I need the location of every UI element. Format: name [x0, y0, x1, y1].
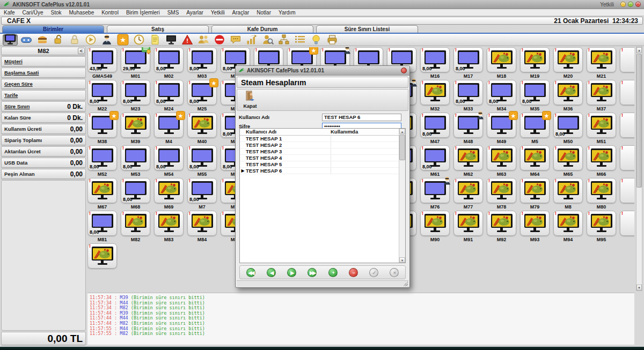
unit-tile-m39[interactable]: !	[121, 113, 150, 138]
account-row[interactable]: TEST HESAP 4	[240, 155, 405, 161]
chat-toolbar-button[interactable]	[228, 34, 243, 46]
unit-tile-m4[interactable]: !★	[154, 113, 184, 138]
unit-tile-m32[interactable]: !	[420, 80, 450, 105]
unit-tile-m8[interactable]: !	[553, 178, 583, 203]
unit-tile-m78[interactable]: !	[487, 178, 516, 203]
lock-open-toolbar-button[interactable]	[51, 34, 66, 46]
unit-tile-m36[interactable]: !	[553, 80, 583, 105]
unit-tile-m83[interactable]: !	[154, 211, 184, 236]
unit-tile-m62[interactable]: !	[453, 145, 483, 170]
next-record-button[interactable]: ▶	[287, 268, 296, 277]
unit-tile-m03[interactable]: !8,00	[187, 47, 217, 72]
grid-scrollbar[interactable]: ▲ ▼	[636, 47, 642, 291]
unit-tile-m02[interactable]: !8,00	[154, 47, 184, 72]
unit-tile-m24[interactable]: !8,00	[154, 80, 184, 105]
unit-tile-m81[interactable]: !8,00	[87, 211, 117, 236]
unit-tile-m21[interactable]: !	[587, 47, 616, 72]
unit-tile-m16[interactable]: !8,00	[420, 47, 450, 72]
info-row-2[interactable]: Geçen Süre	[1, 79, 86, 89]
accept-button[interactable]: ✓	[369, 268, 378, 277]
unit-tile-m37[interactable]: !	[587, 80, 616, 105]
kapat-button[interactable]: Kapat	[239, 91, 261, 110]
unit-tile-m53[interactable]: !8,00	[121, 145, 150, 170]
username-input[interactable]	[322, 114, 401, 121]
menu-item-kafe[interactable]: Kafe	[0, 10, 19, 16]
unit-tile-m64[interactable]: !	[520, 145, 550, 170]
info-row-1[interactable]: Başlama Saati	[1, 68, 86, 78]
unit-tile-m38[interactable]: !★	[87, 113, 117, 138]
monitor-toolbar-button[interactable]	[3, 34, 18, 46]
add-record-button[interactable]: +	[328, 268, 338, 277]
security-person-toolbar-button[interactable]	[99, 34, 114, 46]
unit-tile-m19[interactable]: !	[520, 47, 550, 72]
table-scroll-thumb[interactable]	[399, 135, 405, 160]
tab-s-re-s-n-r--listesi[interactable]: Süre Sınırı Listesi	[316, 25, 418, 33]
unit-tile-m67[interactable]: !	[87, 178, 117, 203]
unit-tile-m01[interactable]: !29,50	[121, 47, 150, 72]
selected-unit-header[interactable]: M82 <	[1, 47, 86, 55]
list-toolbar-button[interactable]	[292, 34, 308, 46]
unit-tile-m91[interactable]: !	[453, 211, 483, 236]
person-search-toolbar-button[interactable]	[260, 34, 275, 46]
unit-tile-m80[interactable]: !	[587, 178, 616, 203]
dialog-close-button[interactable]	[401, 68, 407, 73]
menu-item-ayarlar[interactable]: Ayarlar	[182, 10, 207, 16]
previous-record-button[interactable]: ◀	[267, 268, 276, 277]
unit-tile-m35[interactable]: !8,00	[520, 80, 550, 105]
maximize-button[interactable]	[628, 2, 633, 7]
last-record-button[interactable]: ▶▶	[308, 268, 317, 277]
info-row-10[interactable]: Peşin Alınan0,00	[1, 169, 86, 179]
account-row[interactable]: TEST HESAP 2	[240, 142, 405, 148]
no-entry-toolbar-button[interactable]	[212, 34, 227, 46]
scroll-up-arrow[interactable]: ▲	[636, 47, 642, 53]
info-row-9[interactable]: USB Data0,00	[1, 158, 86, 168]
warning-toolbar-button[interactable]: !	[180, 34, 195, 46]
unit-tile-m25[interactable]: !8,00★	[187, 80, 217, 105]
scrollbar-thumb[interactable]	[636, 54, 642, 188]
unit-tile-m49[interactable]: !★	[487, 113, 516, 138]
account-row[interactable]: ▶TEST HESAP 6	[240, 168, 405, 174]
unit-tile-m22[interactable]: !8,00	[87, 80, 117, 105]
unit-tile-m76[interactable]: !	[420, 178, 450, 203]
people-toolbar-button[interactable]	[196, 34, 211, 46]
menu-item-yetkili[interactable]: Yetkili	[207, 10, 229, 16]
info-row-7[interactable]: Sipariş Toplamı0,00	[1, 135, 86, 145]
account-row[interactable]: TEST HESAP 3	[240, 148, 405, 155]
table-scroll-up[interactable]: ▲	[399, 129, 405, 134]
accounts-table[interactable]: Kullanıcı Adı Kullanımda TEST HESAP 1TES…	[239, 128, 406, 263]
unit-tile-m20[interactable]: !	[553, 47, 583, 72]
minimize-button[interactable]	[620, 2, 626, 7]
cancel-button[interactable]: ×	[390, 268, 399, 277]
first-record-button[interactable]: ◀◀	[246, 268, 255, 277]
unit-tile-m55[interactable]: !8,00	[187, 145, 217, 170]
monitor-dark-toolbar-button[interactable]	[164, 34, 179, 46]
menu-item-aralar[interactable]: Araçlar	[229, 10, 253, 16]
unit-tile-m5[interactable]: !★	[520, 113, 550, 138]
menu-item-yardm[interactable]: Yardım	[275, 10, 299, 16]
info-row-0[interactable]: Müşteri	[1, 56, 86, 66]
tab-birimler[interactable]: Birimler	[2, 25, 104, 33]
unit-tile-m33[interactable]: !8,00	[453, 80, 483, 105]
menu-item-cariye[interactable]: Cari/Üye	[19, 10, 47, 16]
unit-tile-m68[interactable]: !8,00	[121, 178, 150, 203]
unit-tile-m40[interactable]: !	[187, 113, 217, 138]
menu-item-sms[interactable]: SMS	[164, 10, 183, 16]
unit-tile-m93[interactable]: !	[520, 211, 550, 236]
info-row-5[interactable]: Kalan Süre0 Dk.	[1, 113, 86, 123]
account-row[interactable]: TEST HESAP 5	[240, 161, 405, 168]
unit-tile-m7[interactable]: !8,00	[187, 178, 217, 203]
printer-toolbar-button[interactable]	[325, 34, 340, 46]
lock-closed-toolbar-button[interactable]	[67, 34, 82, 46]
play-toolbar-button[interactable]	[83, 34, 98, 46]
bulb-toolbar-button[interactable]	[309, 34, 324, 46]
menu-item-birimilemleri[interactable]: Birim İşlemleri	[122, 10, 164, 16]
burger-toolbar-button[interactable]	[35, 34, 50, 46]
info-row-8[interactable]: Aktarılan Ücret0,00	[1, 146, 86, 157]
dialog-titlebar[interactable]: AKINSOFT CafePlus v12.01.01	[236, 66, 409, 76]
unit-tile-m77[interactable]: !	[453, 178, 483, 203]
unit-tile-m17[interactable]: !8,00	[453, 47, 483, 72]
table-scrollbar[interactable]: ▲ ▼	[399, 129, 405, 263]
unit-tile-m52[interactable]: !8,00	[87, 145, 117, 170]
tab-kafe-durum[interactable]: Kafe Durum	[211, 25, 313, 33]
account-row[interactable]: TEST HESAP 1	[240, 136, 405, 142]
